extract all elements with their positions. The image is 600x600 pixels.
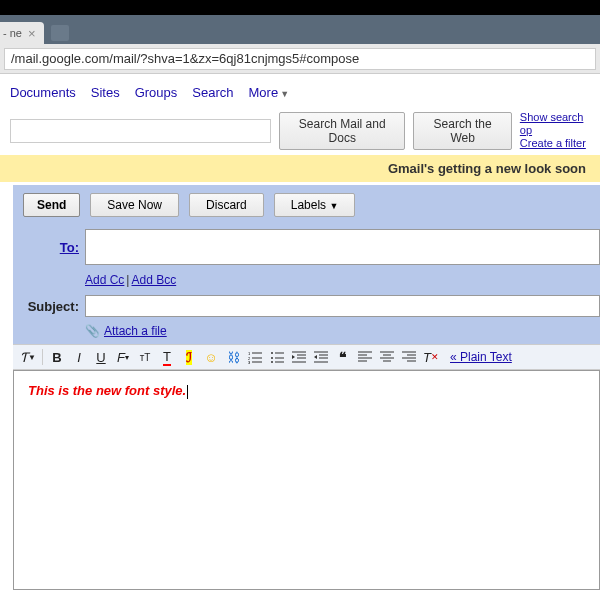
search-right-links: Show search op Create a filter bbox=[520, 111, 590, 150]
to-input[interactable] bbox=[85, 229, 600, 265]
subject-input[interactable] bbox=[85, 295, 600, 317]
show-search-options-link[interactable]: Show search op bbox=[520, 111, 590, 137]
url-text: /mail.google.com/mail/?shva=1&zx=6qj81cn… bbox=[11, 51, 359, 66]
new-tab-button[interactable] bbox=[51, 25, 69, 41]
svg-point-10 bbox=[271, 361, 273, 363]
format-toolbar: Ƭ▼ B I U F▾ тT T ℐ ☺ ⛓ 123 ❝ T✕ « Plain … bbox=[13, 344, 600, 370]
plain-text-link[interactable]: « Plain Text bbox=[450, 350, 512, 364]
svg-point-8 bbox=[271, 357, 273, 359]
search-input[interactable] bbox=[10, 119, 271, 143]
bold-icon[interactable]: B bbox=[48, 348, 66, 366]
google-nav: Documents Sites Groups Search More▼ bbox=[0, 81, 600, 104]
discard-button[interactable]: Discard bbox=[189, 193, 264, 217]
italic-icon[interactable]: I bbox=[70, 348, 88, 366]
subject-row: Subject: bbox=[13, 293, 600, 319]
compose-button-row: Send Save Now Discard Labels ▼ bbox=[13, 193, 600, 227]
nav-groups[interactable]: Groups bbox=[135, 85, 178, 100]
announcement-banner: Gmail's getting a new look soon bbox=[0, 155, 600, 182]
font-size-small-icon[interactable]: тT bbox=[136, 348, 154, 366]
text-color-icon[interactable]: T bbox=[158, 348, 176, 366]
outdent-icon[interactable] bbox=[290, 348, 308, 366]
highlight-icon[interactable]: ℐ bbox=[180, 348, 198, 366]
font-size-icon[interactable]: F▾ bbox=[114, 348, 132, 366]
underline-icon[interactable]: U bbox=[92, 348, 110, 366]
remove-format-icon[interactable]: T✕ bbox=[422, 348, 440, 366]
compose-panel: Send Save Now Discard Labels ▼ To: Add C… bbox=[13, 185, 600, 590]
quote-icon[interactable]: ❝ bbox=[334, 348, 352, 366]
body-text: This is the new font style. bbox=[28, 383, 186, 398]
indent-icon[interactable] bbox=[312, 348, 330, 366]
svg-text:3: 3 bbox=[248, 360, 251, 364]
chevron-down-icon: ▼ bbox=[280, 89, 289, 99]
url-input[interactable]: /mail.google.com/mail/?shva=1&zx=6qj81cn… bbox=[4, 48, 596, 70]
svg-marker-13 bbox=[292, 355, 295, 359]
add-bcc-link[interactable]: Add Bcc bbox=[131, 273, 176, 287]
align-right-icon[interactable] bbox=[400, 348, 418, 366]
text-cursor bbox=[187, 385, 188, 399]
separator bbox=[42, 349, 43, 365]
search-mail-docs-button[interactable]: Search Mail and Docs bbox=[279, 112, 405, 150]
svg-point-6 bbox=[271, 352, 273, 354]
to-label: To: bbox=[13, 240, 85, 255]
nav-documents[interactable]: Documents bbox=[10, 85, 76, 100]
search-row: Search Mail and Docs Search the Web Show… bbox=[0, 104, 600, 153]
svg-marker-18 bbox=[314, 355, 317, 359]
to-link[interactable]: To: bbox=[60, 240, 79, 255]
nav-sites[interactable]: Sites bbox=[91, 85, 120, 100]
compose-body[interactable]: This is the new font style. bbox=[13, 370, 600, 590]
paperclip-icon: 📎 bbox=[85, 324, 100, 338]
emoji-icon[interactable]: ☺ bbox=[202, 348, 220, 366]
attach-row: 📎 Attach a file bbox=[13, 319, 600, 344]
align-center-icon[interactable] bbox=[378, 348, 396, 366]
spacer bbox=[0, 74, 600, 81]
subject-label: Subject: bbox=[13, 299, 85, 314]
nav-search[interactable]: Search bbox=[192, 85, 233, 100]
attach-file-link[interactable]: Attach a file bbox=[104, 324, 167, 338]
create-filter-link[interactable]: Create a filter bbox=[520, 137, 590, 150]
labels-button[interactable]: Labels ▼ bbox=[274, 193, 356, 217]
search-web-button[interactable]: Search the Web bbox=[413, 112, 511, 150]
chevron-down-icon: ▼ bbox=[329, 201, 338, 211]
to-row: To: bbox=[13, 227, 600, 267]
send-button[interactable]: Send bbox=[23, 193, 80, 217]
save-now-button[interactable]: Save Now bbox=[90, 193, 179, 217]
window-top-black bbox=[0, 0, 600, 15]
link-icon[interactable]: ⛓ bbox=[224, 348, 242, 366]
url-bar: /mail.google.com/mail/?shva=1&zx=6qj81cn… bbox=[0, 44, 600, 74]
bullet-list-icon[interactable] bbox=[268, 348, 286, 366]
separator: | bbox=[126, 273, 129, 287]
cc-bcc-row: Add Cc|Add Bcc bbox=[13, 267, 600, 293]
tab-title: - ne bbox=[3, 27, 22, 39]
align-left-icon[interactable] bbox=[356, 348, 374, 366]
font-family-icon[interactable]: Ƭ▼ bbox=[19, 348, 37, 366]
tab-close-icon[interactable]: × bbox=[28, 26, 36, 41]
browser-tab[interactable]: - ne × bbox=[0, 22, 44, 44]
browser-tab-bar: - ne × bbox=[0, 15, 600, 44]
numbered-list-icon[interactable]: 123 bbox=[246, 348, 264, 366]
nav-more[interactable]: More▼ bbox=[249, 85, 290, 100]
add-cc-link[interactable]: Add Cc bbox=[85, 273, 124, 287]
